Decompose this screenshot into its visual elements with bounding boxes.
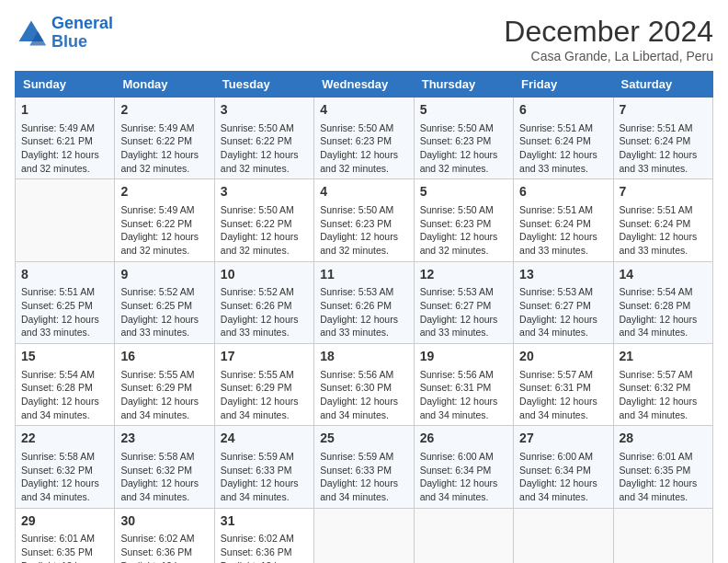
day-content: Sunrise: 5:50 AM Sunset: 6:22 PM Dayligh…: [221, 203, 308, 258]
day-content: Sunrise: 5:53 AM Sunset: 6:27 PM Dayligh…: [519, 285, 607, 339]
day-content: Sunrise: 5:49 AM Sunset: 6:22 PM Dayligh…: [120, 121, 208, 176]
calendar-cell: 6Sunrise: 5:51 AM Sunset: 6:24 PM Daylig…: [514, 98, 613, 179]
calendar-cell: 19Sunrise: 5:56 AM Sunset: 6:31 PM Dayli…: [414, 344, 513, 426]
calendar-cell: 23Sunrise: 5:58 AM Sunset: 6:32 PM Dayli…: [115, 426, 214, 508]
day-number: 19: [420, 348, 507, 366]
day-content: Sunrise: 5:52 AM Sunset: 6:26 PM Dayligh…: [221, 285, 308, 339]
day-content: Sunrise: 5:58 AM Sunset: 6:32 PM Dayligh…: [120, 450, 208, 504]
day-number: 3: [221, 101, 308, 120]
calendar-cell: 12Sunrise: 5:53 AM Sunset: 6:27 PM Dayli…: [414, 261, 513, 343]
day-content: Sunrise: 5:59 AM Sunset: 6:33 PM Dayligh…: [221, 450, 308, 504]
day-content: Sunrise: 5:51 AM Sunset: 6:24 PM Dayligh…: [620, 121, 707, 176]
header-row: Sunday Monday Tuesday Wednesday Thursday…: [16, 72, 713, 98]
day-number: 9: [120, 266, 208, 284]
day-content: Sunrise: 5:50 AM Sunset: 6:22 PM Dayligh…: [221, 121, 308, 176]
location: Casa Grande, La Libertad, Peru: [504, 49, 713, 63]
logo-icon: [15, 17, 48, 50]
day-number: 20: [519, 348, 607, 366]
day-content: Sunrise: 5:57 AM Sunset: 6:31 PM Dayligh…: [519, 368, 607, 422]
day-number: 13: [519, 266, 607, 284]
day-number: 21: [620, 348, 707, 366]
calendar-cell: 16Sunrise: 5:55 AM Sunset: 6:29 PM Dayli…: [115, 344, 214, 426]
day-number: 31: [221, 512, 308, 531]
calendar-cell: 6Sunrise: 5:51 AM Sunset: 6:24 PM Daylig…: [514, 179, 613, 261]
day-number: 8: [21, 266, 108, 284]
logo-text: General Blue: [51, 15, 113, 52]
day-number: 10: [221, 266, 308, 284]
day-content: Sunrise: 5:50 AM Sunset: 6:23 PM Dayligh…: [420, 121, 507, 176]
day-content: Sunrise: 6:02 AM Sunset: 6:36 PM Dayligh…: [120, 532, 208, 563]
calendar-cell: 17Sunrise: 5:55 AM Sunset: 6:29 PM Dayli…: [214, 344, 313, 426]
calendar-cell: 4Sunrise: 5:50 AM Sunset: 6:23 PM Daylig…: [314, 179, 414, 261]
day-number: 22: [21, 430, 108, 448]
calendar-cell: [414, 508, 513, 563]
calendar-cell: 30Sunrise: 6:02 AM Sunset: 6:36 PM Dayli…: [115, 508, 214, 563]
calendar-cell: 13Sunrise: 5:53 AM Sunset: 6:27 PM Dayli…: [514, 261, 613, 343]
calendar-cell: 2Sunrise: 5:49 AM Sunset: 6:22 PM Daylig…: [115, 98, 214, 179]
day-content: Sunrise: 5:56 AM Sunset: 6:31 PM Dayligh…: [420, 368, 507, 422]
day-number: 2: [120, 183, 208, 201]
calendar-cell: 11Sunrise: 5:53 AM Sunset: 6:26 PM Dayli…: [314, 261, 414, 343]
day-content: Sunrise: 5:51 AM Sunset: 6:25 PM Dayligh…: [21, 285, 108, 339]
calendar-week-4: 15Sunrise: 5:54 AM Sunset: 6:28 PM Dayli…: [16, 344, 713, 426]
calendar-week-2: 2Sunrise: 5:49 AM Sunset: 6:22 PM Daylig…: [16, 179, 713, 261]
calendar-cell: 29Sunrise: 6:01 AM Sunset: 6:35 PM Dayli…: [16, 508, 115, 563]
day-content: Sunrise: 5:50 AM Sunset: 6:23 PM Dayligh…: [420, 203, 507, 258]
day-content: Sunrise: 5:51 AM Sunset: 6:24 PM Dayligh…: [620, 203, 707, 258]
day-content: Sunrise: 5:54 AM Sunset: 6:28 PM Dayligh…: [21, 368, 108, 422]
calendar-cell: 14Sunrise: 5:54 AM Sunset: 6:28 PM Dayli…: [613, 261, 712, 343]
day-content: Sunrise: 5:58 AM Sunset: 6:32 PM Dayligh…: [21, 450, 108, 504]
day-number: 7: [620, 183, 707, 201]
day-content: Sunrise: 5:49 AM Sunset: 6:22 PM Dayligh…: [120, 203, 208, 258]
calendar-cell: [613, 508, 712, 563]
day-number: 28: [620, 430, 707, 448]
calendar-cell: 7Sunrise: 5:51 AM Sunset: 6:24 PM Daylig…: [613, 179, 712, 261]
day-number: 2: [120, 101, 208, 120]
calendar-week-3: 8Sunrise: 5:51 AM Sunset: 6:25 PM Daylig…: [16, 261, 713, 343]
day-number: 30: [120, 512, 208, 531]
day-number: 4: [320, 183, 407, 201]
calendar-cell: 5Sunrise: 5:50 AM Sunset: 6:23 PM Daylig…: [414, 179, 513, 261]
day-content: Sunrise: 6:00 AM Sunset: 6:34 PM Dayligh…: [420, 450, 507, 504]
calendar-cell: 24Sunrise: 5:59 AM Sunset: 6:33 PM Dayli…: [214, 426, 313, 508]
calendar-cell: 4Sunrise: 5:50 AM Sunset: 6:23 PM Daylig…: [314, 98, 414, 179]
day-number: 14: [620, 266, 707, 284]
page-header: General Blue December 2024 Casa Grande, …: [15, 15, 713, 63]
calendar-cell: 18Sunrise: 5:56 AM Sunset: 6:30 PM Dayli…: [314, 344, 414, 426]
day-content: Sunrise: 5:51 AM Sunset: 6:24 PM Dayligh…: [519, 121, 607, 176]
day-number: 15: [21, 348, 108, 366]
calendar-body: 1Sunrise: 5:49 AM Sunset: 6:21 PM Daylig…: [16, 98, 713, 564]
day-content: Sunrise: 5:54 AM Sunset: 6:28 PM Dayligh…: [620, 285, 707, 339]
col-thursday: Thursday: [414, 72, 513, 98]
day-content: Sunrise: 5:50 AM Sunset: 6:23 PM Dayligh…: [320, 203, 407, 258]
day-content: Sunrise: 6:00 AM Sunset: 6:34 PM Dayligh…: [519, 450, 607, 504]
calendar-cell: 31Sunrise: 6:02 AM Sunset: 6:36 PM Dayli…: [214, 508, 313, 563]
day-content: Sunrise: 5:55 AM Sunset: 6:29 PM Dayligh…: [120, 368, 208, 422]
calendar-week-5: 22Sunrise: 5:58 AM Sunset: 6:32 PM Dayli…: [16, 426, 713, 508]
calendar-week-1: 1Sunrise: 5:49 AM Sunset: 6:21 PM Daylig…: [16, 98, 713, 179]
day-number: 7: [620, 101, 707, 120]
title-area: December 2024 Casa Grande, La Libertad, …: [504, 15, 713, 63]
calendar-cell: 27Sunrise: 6:00 AM Sunset: 6:34 PM Dayli…: [514, 426, 613, 508]
calendar-cell: 2Sunrise: 5:49 AM Sunset: 6:22 PM Daylig…: [115, 179, 214, 261]
day-content: Sunrise: 5:51 AM Sunset: 6:24 PM Dayligh…: [519, 203, 607, 258]
day-content: Sunrise: 6:01 AM Sunset: 6:35 PM Dayligh…: [21, 532, 108, 563]
day-content: Sunrise: 5:59 AM Sunset: 6:33 PM Dayligh…: [320, 450, 407, 504]
calendar-cell: 7Sunrise: 5:51 AM Sunset: 6:24 PM Daylig…: [613, 98, 712, 179]
month-title: December 2024: [504, 15, 713, 49]
day-content: Sunrise: 5:57 AM Sunset: 6:32 PM Dayligh…: [620, 368, 707, 422]
calendar-cell: [16, 179, 115, 261]
calendar-cell: 3Sunrise: 5:50 AM Sunset: 6:22 PM Daylig…: [214, 98, 313, 179]
day-number: 3: [221, 183, 308, 201]
day-number: 6: [519, 183, 607, 201]
day-number: 6: [519, 101, 607, 120]
day-number: 25: [320, 430, 407, 448]
col-wednesday: Wednesday: [314, 72, 414, 98]
calendar-cell: 21Sunrise: 5:57 AM Sunset: 6:32 PM Dayli…: [613, 344, 712, 426]
col-saturday: Saturday: [613, 72, 712, 98]
day-number: 17: [221, 348, 308, 366]
calendar-cell: 9Sunrise: 5:52 AM Sunset: 6:25 PM Daylig…: [115, 261, 214, 343]
calendar-cell: 15Sunrise: 5:54 AM Sunset: 6:28 PM Dayli…: [16, 344, 115, 426]
col-tuesday: Tuesday: [214, 72, 313, 98]
day-number: 16: [120, 348, 208, 366]
